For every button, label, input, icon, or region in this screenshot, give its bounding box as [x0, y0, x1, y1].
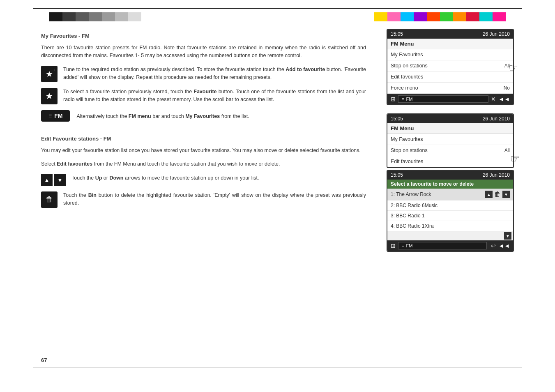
screen2-date: 26 Jun 2010 [483, 116, 510, 122]
footer-x-btn-1[interactable]: ✕ [491, 96, 496, 102]
bin-text: Touch the Bin button to delete the highl… [63, 191, 366, 208]
footer-grid-icon-1: ⊞ [391, 96, 396, 102]
select-favourite-icon: ★ [41, 88, 58, 104]
screen2-item-label-2: Edit favourites [391, 159, 423, 164]
border-left [33, 8, 33, 367]
fm-menu-text: Alternatively touch the FM menu bar and … [76, 113, 249, 120]
screen2-menu-title: FM Menu [387, 123, 513, 134]
down-arrow-button[interactable]: ▼ [54, 174, 66, 186]
select-panel-date: 26 Jun 2010 [483, 172, 510, 178]
select-favourite-header: Select a favourite to move or delete [387, 180, 513, 189]
footer-back-btn[interactable]: ↩ [491, 242, 496, 249]
favourite-controls-1: ▲ 🗑 ▼ [485, 191, 510, 198]
add-favourite-text: Tune to the required radio station as pr… [63, 66, 366, 82]
screen1-date: 26 Jun 2010 [483, 31, 510, 37]
hand-cursor-2: ☞ [510, 152, 520, 165]
footer-menu-icon-2: ≡ [402, 243, 404, 248]
screen2-item-label-0: My Favourites [391, 136, 423, 142]
screen1-item-label-2: Edit favourites [391, 74, 423, 80]
select-panel-time: 15:05 [391, 172, 403, 178]
right-column: 15:05 26 Jun 2010 FM Menu My Favourites … [387, 29, 514, 363]
arrow-buttons: ▲ ▼ [41, 174, 66, 186]
fav-down-btn-1[interactable]: ▼ [502, 191, 510, 198]
color-bar-left [49, 12, 141, 21]
select-favourite-text: To select a favourite station previously… [63, 88, 366, 104]
arrow-icon-row: ▲ ▼ Touch the Up or Down arrows to move … [41, 174, 366, 186]
screen2-container: 15:05 26 Jun 2010 FM Menu My Favourites … [387, 113, 514, 252]
my-favourites-intro: There are 10 favourite station presets f… [41, 44, 366, 60]
select-panel-time-header: 15:05 26 Jun 2010 [387, 171, 513, 180]
bin-icon-small-1[interactable]: 🗑 [494, 191, 501, 198]
screen1-item-stop-on-stations[interactable]: Stop on stations All [387, 60, 513, 71]
color-bar-right [374, 12, 506, 21]
fm-screen-1: 15:05 26 Jun 2010 FM Menu My Favourites … [387, 29, 514, 105]
screen2-item-value-1: All [504, 148, 510, 153]
screen2-item-label-1: Stop on stations [391, 148, 428, 153]
screen1-container: 15:05 26 Jun 2010 FM Menu My Favourites … [387, 29, 514, 105]
screen1-item-value-3: No [504, 85, 510, 91]
select-favourite-panel: 15:05 26 Jun 2010 Select a favourite to … [387, 170, 514, 252]
screen1-item-label-1: Stop on stations [391, 63, 428, 69]
icon-row-add-favourite: ★+ Tune to the required radio station as… [41, 66, 366, 82]
screen2-footer: ⊞ ≡ FM ↩ ◄◄ [387, 240, 513, 251]
border-right [522, 8, 522, 367]
screen2-item-stop-on-stations[interactable]: Stop on stations All [387, 145, 513, 156]
footer-vol-icon-1: ◄◄ [498, 96, 510, 102]
footer-vol-icon-2: ◄◄ [498, 242, 510, 249]
scroll-down-area: ▼ [387, 231, 513, 240]
footer-fm-label-1: FM [406, 97, 412, 101]
left-column: My Favourites - FM There are 10 favourit… [41, 29, 374, 363]
fm-screen-2-top: 15:05 26 Jun 2010 FM Menu My Favourites … [387, 113, 514, 168]
icon-row-select-favourite: ★ To select a favourite station previous… [41, 88, 366, 104]
screen1-item-label-3: Force mono [391, 85, 418, 91]
footer-fm-label-2: FM [406, 243, 412, 248]
section-heading-edit-favourites: Edit Favourite stations - FM [41, 136, 366, 142]
menu-lines-icon: ≡ [48, 113, 52, 119]
favourite-item-1[interactable]: 1: The Arrow Rock ▲ 🗑 ▼ [387, 189, 513, 201]
border-bottom [33, 367, 522, 367]
screen1-header: 15:05 26 Jun 2010 [387, 30, 513, 39]
favourite-item-3[interactable]: 3: BBC Radio 1 [387, 211, 513, 221]
fm-label: FM [54, 113, 62, 119]
favourite-num-4: 4: BBC Radio 1Xtra [391, 223, 434, 229]
screen1-item-force-mono[interactable]: Force mono No [387, 83, 513, 94]
screen2-time: 15:05 [391, 116, 403, 122]
favourite-dash-2: — [506, 203, 510, 208]
screen1-menu-title: FM Menu [387, 39, 513, 49]
favourite-item-4[interactable]: 4: BBC Radio 1Xtra [387, 221, 513, 231]
favourite-num-3: 3: BBC Radio 1 [391, 213, 425, 219]
screen1-item-label-0: My Favourites [391, 52, 423, 58]
arrow-text: Touch the Up or Down arrows to move the … [71, 174, 366, 182]
screen2-item-my-favourites[interactable]: My Favourites [387, 134, 513, 145]
page-number: 67 [41, 354, 47, 363]
footer-grid-icon-2: ⊞ [391, 242, 396, 249]
favourite-item-2[interactable]: 2: BBC Radio 6Music — [387, 201, 513, 211]
fm-menu-button[interactable]: ≡ FM [41, 110, 70, 122]
screen1-item-my-favourites[interactable]: My Favourites [387, 49, 513, 60]
fav-up-btn-1[interactable]: ▲ [485, 191, 493, 198]
main-content: My Favourites - FM There are 10 favourit… [41, 29, 514, 363]
footer-menu-icon-1: ≡ [402, 97, 404, 101]
screen2-item-edit-favourites[interactable]: Edit favourites [387, 156, 513, 167]
up-arrow-button[interactable]: ▲ [41, 174, 53, 186]
add-favourite-icon: ★+ [41, 66, 58, 82]
favourite-num-1: 1: The Arrow Rock [391, 191, 431, 197]
screen1-time: 15:05 [391, 31, 403, 37]
scroll-down-btn[interactable]: ▼ [504, 232, 511, 240]
border-top [33, 8, 522, 9]
screen1-footer: ⊞ ≡ FM ✕ ◄◄ [387, 94, 513, 104]
screen1-item-edit-favourites[interactable]: Edit favourites [387, 71, 513, 83]
icon-row-bin: 🗑 Touch the Bin button to delete the hig… [41, 191, 366, 208]
bin-icon: 🗑 [41, 191, 58, 208]
section-heading-my-favourites: My Favourites - FM [41, 33, 366, 39]
fm-menu-row: ≡ FM Alternatively touch the FM menu bar… [41, 110, 366, 123]
screen2-header: 15:05 26 Jun 2010 [387, 114, 513, 123]
edit-favourites-intro: You may edit your favourite station list… [41, 147, 366, 154]
edit-favourites-select-text: Select Edit favourites from the FM Menu … [41, 160, 366, 168]
favourite-num-2: 2: BBC Radio 6Music [391, 203, 438, 208]
hand-cursor-1: ☞ [509, 62, 518, 74]
footer-fm-btn-1[interactable]: ≡ FM [398, 95, 488, 103]
footer-fm-btn-2[interactable]: ≡ FM [398, 242, 487, 249]
